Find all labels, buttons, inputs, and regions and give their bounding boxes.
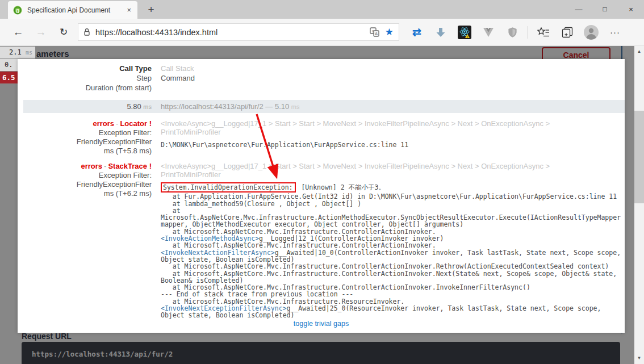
- summary-self-unit: ms: [291, 103, 300, 110]
- close-button[interactable]: ×: [618, 0, 644, 19]
- minimize-button[interactable]: —: [566, 0, 592, 19]
- scroll-down-icon[interactable]: ▼: [634, 354, 644, 363]
- summary-unit: ms: [143, 103, 152, 110]
- scrollbar-thumb[interactable]: [634, 111, 644, 203]
- summary-url: https://localhost:44313/api/fur/2: [161, 102, 264, 111]
- titlebar: {} Specification Api Document × + — □ ×: [0, 0, 644, 19]
- section-label: StackTrace !: [108, 162, 152, 170]
- scroll-up-icon[interactable]: ▲: [634, 47, 644, 56]
- call-stack-text: <InvokeAsync>g__Logged|17_1 > Start > St…: [161, 162, 558, 179]
- address-bar[interactable]: https://localhost:44313/index.html a A ★: [78, 23, 399, 41]
- badge-duration: 0.: [5, 61, 12, 69]
- back-button[interactable]: ←: [7, 26, 30, 39]
- translate-icon[interactable]: a A: [370, 27, 379, 37]
- swagger-favicon-icon: {}: [13, 6, 22, 15]
- lock-icon: [83, 28, 90, 36]
- page-viewport: ameters Cancel Request URL https://local…: [0, 46, 644, 364]
- stack-line: D:\MONK\Fur\aspnetcore\Fur.Application\F…: [161, 141, 625, 149]
- profiler-section-locator: errors-Locator ! Exception Filter: Frien…: [23, 119, 625, 156]
- section-filter: Exception Filter: FriendlyExceptionFilte…: [23, 128, 152, 147]
- svg-text:{}: {}: [16, 8, 19, 13]
- sync-extension-icon[interactable]: ⇄: [408, 24, 425, 41]
- page-scrollbar[interactable]: ▲ ▼: [634, 46, 644, 364]
- exception-type-highlight: System.InvalidOperationException:: [161, 182, 296, 193]
- react-devtools-icon[interactable]: !: [456, 24, 473, 41]
- profiler-badge[interactable]: 2.1 ms: [0, 47, 36, 59]
- section-error-name: errors: [81, 162, 102, 170]
- stack-line: System.InvalidOperationException: [Unkno…: [161, 182, 625, 193]
- collections-icon[interactable]: [559, 24, 576, 41]
- shield-extension-icon: [504, 24, 521, 41]
- tab-title: Specification Api Document: [27, 6, 124, 14]
- refresh-button[interactable]: ↻: [52, 26, 75, 38]
- url-text[interactable]: https://localhost:44313/index.html: [95, 28, 364, 37]
- header-call-stack: Call Stack: [161, 64, 625, 73]
- call-stack-text: <InvokeAsync>g__Logged|17_1 > Start > St…: [161, 119, 558, 136]
- badge-duration: 2.1: [9, 48, 22, 56]
- svg-text:a: a: [372, 29, 374, 33]
- browser-tab[interactable]: {} Specification Api Document ×: [8, 1, 137, 19]
- stack-line: at lambda_method59(Closure , Object , Ob…: [161, 200, 625, 207]
- window-controls: — □ ×: [566, 0, 644, 19]
- browser-window: {} Specification Api Document × + — □ × …: [0, 0, 644, 364]
- section-error-name: errors: [93, 119, 114, 128]
- stack-trace: System.InvalidOperationException: [Unkno…: [161, 182, 625, 319]
- section-timing: ms (T+5.8 ms): [23, 147, 152, 156]
- summary-self-duration: 5.10: [275, 102, 289, 111]
- favorite-star-icon[interactable]: ★: [385, 26, 394, 38]
- profiler-popup: Call Type Step Duration (from start) Cal…: [18, 59, 625, 333]
- favorites-bar-icon[interactable]: [535, 24, 552, 41]
- maximize-button[interactable]: □: [592, 0, 618, 19]
- summary-dash: —: [264, 102, 275, 111]
- profiler-section-stacktrace: errors-StackTrace ! Exception Filter: Fr…: [23, 162, 625, 319]
- section-separator: -: [102, 162, 108, 170]
- header-step: Step: [23, 73, 152, 83]
- tab-close-icon[interactable]: ×: [124, 5, 134, 15]
- summary-duration: 5.80: [127, 102, 141, 111]
- section-timing: ms (T+6.2 ms): [23, 189, 152, 198]
- badge-duration: 6.5: [2, 73, 15, 82]
- browser-toolbar: ← → ↻ https://localhost:44313/index.html…: [0, 19, 644, 46]
- header-duration: Duration (from start): [23, 83, 152, 93]
- request-summary-row: 5.80 ms https://localhost:44313/api/fur/…: [23, 100, 625, 113]
- header-call-type: Call Type: [23, 64, 152, 73]
- svg-text:A: A: [375, 31, 378, 36]
- toggle-trivial-gaps-link[interactable]: toggle trivial gaps: [18, 320, 625, 328]
- section-separator: -: [114, 119, 120, 128]
- download-extension-icon[interactable]: [432, 24, 449, 41]
- section-label: Locator !: [120, 119, 152, 128]
- new-tab-button[interactable]: +: [143, 2, 159, 18]
- forward-button: →: [30, 26, 52, 39]
- settings-more-icon[interactable]: ···: [607, 24, 624, 41]
- stack-line: Object state, Boolean isCompleted): [161, 312, 625, 319]
- section-filter: Exception Filter: FriendlyExceptionFilte…: [23, 171, 152, 189]
- header-command: Command: [161, 73, 625, 83]
- badge-unit: ms: [26, 49, 32, 56]
- popup-header: Call Type Step Duration (from start) Cal…: [23, 64, 625, 93]
- toolbar-divider: [528, 26, 528, 39]
- error-location-path: D:\MONK\Fur\aspnetcore\Fur.Application\F…: [161, 141, 625, 149]
- profile-avatar[interactable]: [583, 24, 600, 41]
- vue-devtools-icon: [480, 24, 497, 41]
